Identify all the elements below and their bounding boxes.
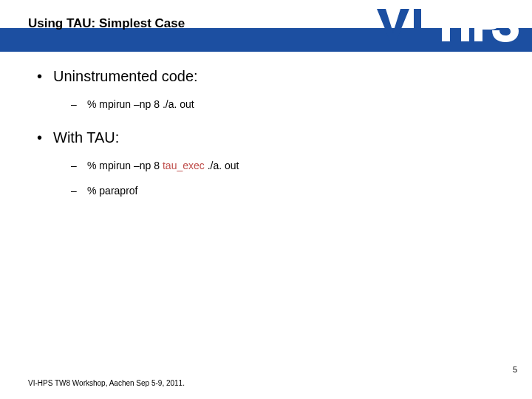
slide-title: Using TAU: Simplest Case [28,16,185,31]
bullet-dot-icon: • [37,129,53,146]
svg-rect-1 [426,21,437,28]
bullet-text: % mpirun –np 8 tau_exec ./a. out [87,160,239,171]
bullet-mpirun-tau: – % mpirun –np 8 tau_exec ./a. out [71,160,510,171]
bullet-paraprof: – % paraprof [71,185,510,197]
page-number: 5 [513,365,517,374]
bullet-text: % paraprof [87,185,137,197]
bullet-text: % mpirun –np 8 ./a. out [87,98,194,110]
vi-hps-logo-icon [374,4,522,46]
bullet-mpirun-plain: – % mpirun –np 8 ./a. out [71,98,510,110]
bullet-uninstrumented: • Uninstrumented code: [37,68,510,85]
bullet-text: Uninstrumented code: [53,68,198,85]
vi-hps-logo [374,4,522,46]
slide-header: Using TAU: Simplest Case [0,0,532,52]
bullet-dash-icon: – [71,185,87,197]
slide-body: • Uninstrumented code: – % mpirun –np 8 … [0,52,532,197]
bullet-dash-icon: – [71,160,87,171]
bullet-text: With TAU: [53,129,119,146]
cmd-suffix: ./a. out [205,160,239,171]
cmd-highlight-tau-exec: tau_exec [163,160,205,171]
footer-text: VI-HPS TW8 Workshop, Aachen Sep 5-9, 201… [28,379,185,387]
bullet-dash-icon: – [71,98,87,110]
bullet-dot-icon: • [37,68,53,85]
bullet-with-tau: • With TAU: [37,129,510,146]
spacer [37,123,510,129]
svg-rect-0 [414,9,421,41]
slide: Using TAU: Simplest Case • Uninstrumente… [0,0,532,399]
cmd-prefix: % mpirun –np 8 [87,160,163,171]
